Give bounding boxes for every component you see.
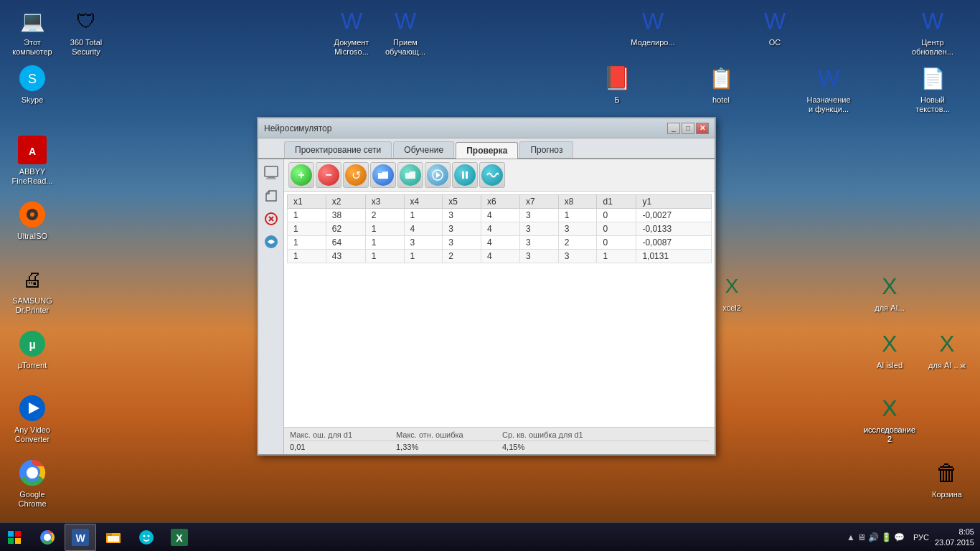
word2-icon: W [391,6,420,35]
tray-action[interactable]: 💬 [894,532,905,542]
taskbar-word[interactable]: W [65,524,96,551]
maximize-button[interactable]: □ [682,123,694,134]
cell-0-9: -0,0027 [636,209,712,222]
tab-design[interactable]: Проектирование сети [284,141,392,158]
tab-check[interactable]: Проверка [456,142,518,159]
col-y1: y1 [636,195,712,209]
desktop-icon-hotel[interactable]: 📋 hotel [692,61,750,108]
svg-rect-32 [106,533,112,536]
desktop-icon-newtext[interactable]: 📄 Новыйтекстов... [904,61,961,117]
language-indicator[interactable]: РУС [910,533,932,542]
desktop-icon-model[interactable]: W Моделиро... [624,4,682,50]
tray-sound[interactable]: 🔊 [868,532,879,542]
desktop-icon-chrome[interactable]: GoogleChrome [4,456,61,512]
taskbar-chrome[interactable] [32,524,63,551]
open-icon [372,164,394,186]
cell-0-2: 2 [365,209,404,222]
cell-2-0: 1 [288,236,326,250]
tab-forecast[interactable]: Прогноз [519,141,573,158]
excel3-icon: X [933,329,961,358]
taskbar-explorer[interactable] [98,524,129,551]
desktop-icon-word1[interactable]: W ДокументMicroso... [323,4,380,60]
taskbar-excel[interactable]: X [164,524,195,551]
cell-2-5: 4 [481,236,520,250]
desktop-icon-printer[interactable]: 🖨 SAMSUNGDr.Printer [4,262,61,318]
tool-wave-btn[interactable] [479,162,505,188]
cell-3-2: 1 [365,250,404,263]
naznach-label: Назначениеи функци... [806,95,850,114]
add-icon: + [291,164,312,186]
desktop-icon-skype[interactable]: S Skype [4,61,61,108]
cell-2-8: 0 [597,236,636,250]
chrome-desktop-icon [18,458,47,487]
desktop-icon-360security[interactable]: 🛡 360 Total Security [57,4,115,60]
svg-rect-16 [266,178,276,179]
stats-bar: Макс. ош. для d1 Макс. отн. ошибка Ср. к… [284,427,715,454]
desktop-icon-excel3[interactable]: X для AI .. ж [918,326,976,373]
taskbar-pinned4[interactable] [131,524,162,551]
tool-add-btn[interactable]: + [288,162,314,188]
desktop-icon-b[interactable]: 📕 Б [588,61,646,108]
desktop-icon-naznach[interactable]: W Назначениеи функци... [800,61,857,117]
desktop-icon-abbyy[interactable]: A ABBYYFineRead... [4,133,61,189]
computer-icon: 💻 [18,6,47,35]
data-table: x1 x2 x3 x4 x5 x6 x7 x8 d1 [287,194,712,263]
svg-point-6 [30,212,34,217]
stats-values: 0,01 1,33% 4,15% [290,441,709,451]
minimize-button[interactable]: _ [667,123,680,134]
desktop-icon-excel1[interactable]: X для AI... [861,269,918,316]
tab-training[interactable]: Обучение [393,141,454,158]
tray-arrow[interactable]: ▲ [847,532,855,542]
sidebar-btn-4[interactable] [260,231,282,253]
utorrent-icon: µ [18,329,47,358]
svg-point-34 [139,530,154,545]
sidebar-btn-2[interactable] [260,185,282,207]
tool-export-btn[interactable] [397,162,423,188]
research-icon: X [875,394,904,423]
tray-battery[interactable]: 🔋 [881,532,892,542]
hotel-icon: 📋 [707,64,735,93]
sidebar-btn-3[interactable] [260,208,282,230]
desktop-icon-update[interactable]: W Центробновлен... [904,4,961,60]
tool-pause-btn[interactable] [452,162,478,188]
desktop-icon-excel2[interactable]: X AI isled [861,326,918,373]
cell-2-6: 3 [519,236,558,250]
taskbar-clock[interactable]: 8:05 23.07.2015 [935,527,974,547]
sidebar [258,159,284,454]
svg-rect-23 [15,531,21,537]
col-x6: x6 [481,195,520,209]
desktop-icon-word2[interactable]: W Приемобучающ... [377,4,434,60]
chrome-desktop-label: GoogleChrome [18,490,46,509]
table-row: 14311243311,0131 [288,250,712,263]
skype-icon: S [18,64,47,93]
export-icon [400,164,421,186]
svg-rect-24 [8,538,14,544]
desktop-icon-computer[interactable]: 💻 Этоткомпьютер [4,4,61,60]
desktop-icon-ultraiso[interactable]: UltraISO [4,197,61,244]
desktop-icon-trash[interactable]: 🗑 Корзина [918,456,976,502]
tool-refresh-btn[interactable]: ↺ [343,162,369,188]
computer-icon-label: Этоткомпьютер [12,38,52,57]
desktop-icon-utorrent[interactable]: µ µTorrent [4,326,61,373]
stats-labels: Макс. ош. для d1 Макс. отн. ошибка Ср. к… [290,430,709,441]
main-content: Проектирование сети Обучение Проверка Пр… [258,138,715,454]
tool-open-btn[interactable] [370,162,396,188]
close-button[interactable]: ✕ [696,123,709,134]
start-button[interactable] [0,523,29,552]
svg-rect-20 [462,171,464,179]
desktop-icon-research[interactable]: X исследование2 [861,391,918,447]
desktop-icon-avc[interactable]: Any VideoConverter [4,391,61,447]
window-controls: _ □ ✕ [667,123,709,134]
cell-3-9: 1,0131 [636,250,712,263]
trash-label: Корзина [932,490,962,499]
tool-remove-btn[interactable]: − [316,162,341,188]
sidebar-btn-1[interactable] [260,162,282,184]
newtext-label: Новыйтекстов... [915,95,950,114]
cell-1-4: 3 [443,222,481,236]
desktop-icon-os[interactable]: W ОС [746,4,804,50]
tray-network[interactable]: 🖥 [857,532,866,542]
abbyy-label: ABBYYFineRead... [12,167,53,186]
tool-run-btn[interactable] [425,162,451,188]
hotel-label: hotel [712,95,730,105]
clock-time: 8:05 [935,527,974,537]
